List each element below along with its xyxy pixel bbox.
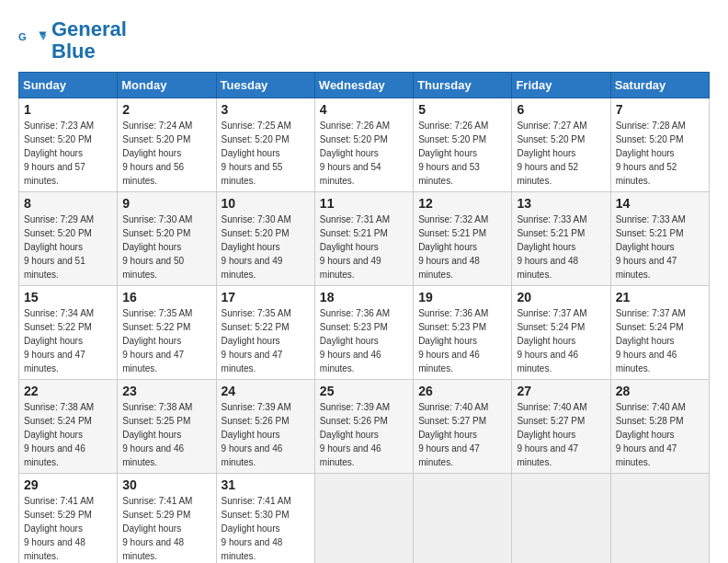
calendar-day-14: 14Sunrise: 7:33 AMSunset: 5:21 PMDayligh… <box>610 192 709 286</box>
day-detail: Sunrise: 7:38 AMSunset: 5:25 PMDaylight … <box>122 402 192 467</box>
calendar-day-17: 17Sunrise: 7:35 AMSunset: 5:22 PMDayligh… <box>216 286 314 380</box>
calendar-day-2: 2Sunrise: 7:24 AMSunset: 5:20 PMDaylight… <box>118 98 216 192</box>
day-header-tuesday: Tuesday <box>216 73 314 98</box>
day-number: 18 <box>320 290 408 304</box>
day-detail: Sunrise: 7:37 AMSunset: 5:24 PMDaylight … <box>517 308 586 373</box>
day-header-sunday: Sunday <box>19 73 118 98</box>
day-number: 1 <box>24 102 112 117</box>
day-detail: Sunrise: 7:26 AMSunset: 5:20 PMDaylight … <box>320 121 390 186</box>
calendar-day-5: 5Sunrise: 7:26 AMSunset: 5:20 PMDaylight… <box>414 98 512 192</box>
calendar-day-24: 24Sunrise: 7:39 AMSunset: 5:26 PMDayligh… <box>216 380 314 474</box>
calendar-day-28: 28Sunrise: 7:40 AMSunset: 5:28 PMDayligh… <box>610 380 709 474</box>
day-detail: Sunrise: 7:26 AMSunset: 5:20 PMDaylight … <box>418 121 488 186</box>
calendar-table: SundayMondayTuesdayWednesdayThursdayFrid… <box>18 72 710 563</box>
day-number: 5 <box>418 102 506 117</box>
day-number: 24 <box>222 384 310 398</box>
empty-day <box>314 474 413 563</box>
day-number: 28 <box>616 384 704 398</box>
empty-day <box>414 474 512 563</box>
day-header-wednesday: Wednesday <box>314 73 413 98</box>
calendar-day-21: 21Sunrise: 7:37 AMSunset: 5:24 PMDayligh… <box>610 286 709 380</box>
day-detail: Sunrise: 7:24 AMSunset: 5:20 PMDaylight … <box>122 121 192 186</box>
calendar-day-11: 11Sunrise: 7:31 AMSunset: 5:21 PMDayligh… <box>314 192 413 286</box>
day-number: 31 <box>222 477 310 492</box>
calendar-week-row: 1Sunrise: 7:23 AMSunset: 5:20 PMDaylight… <box>19 98 710 192</box>
day-number: 22 <box>24 384 112 398</box>
days-header-row: SundayMondayTuesdayWednesdayThursdayFrid… <box>19 73 710 98</box>
day-detail: Sunrise: 7:40 AMSunset: 5:27 PMDaylight … <box>418 402 488 467</box>
calendar-day-18: 18Sunrise: 7:36 AMSunset: 5:23 PMDayligh… <box>314 286 413 380</box>
day-number: 11 <box>320 196 408 211</box>
day-header-monday: Monday <box>118 73 216 98</box>
day-header-thursday: Thursday <box>414 73 512 98</box>
calendar-week-row: 8Sunrise: 7:29 AMSunset: 5:20 PMDaylight… <box>19 192 710 286</box>
day-detail: Sunrise: 7:35 AMSunset: 5:22 PMDaylight … <box>222 308 291 373</box>
day-number: 13 <box>517 196 605 211</box>
day-number: 26 <box>418 384 506 398</box>
calendar-day-7: 7Sunrise: 7:28 AMSunset: 5:20 PMDaylight… <box>610 98 709 192</box>
calendar-day-25: 25Sunrise: 7:39 AMSunset: 5:26 PMDayligh… <box>314 380 413 474</box>
day-detail: Sunrise: 7:40 AMSunset: 5:28 PMDaylight … <box>616 402 686 467</box>
calendar-day-4: 4Sunrise: 7:26 AMSunset: 5:20 PMDaylight… <box>314 98 413 192</box>
empty-day <box>610 474 709 563</box>
calendar-day-26: 26Sunrise: 7:40 AMSunset: 5:27 PMDayligh… <box>414 380 512 474</box>
day-detail: Sunrise: 7:35 AMSunset: 5:22 PMDaylight … <box>122 308 192 373</box>
day-number: 21 <box>616 290 704 304</box>
calendar-day-1: 1Sunrise: 7:23 AMSunset: 5:20 PMDaylight… <box>19 98 118 192</box>
day-detail: Sunrise: 7:41 AMSunset: 5:29 PMDaylight … <box>122 496 192 561</box>
calendar-day-19: 19Sunrise: 7:36 AMSunset: 5:23 PMDayligh… <box>414 286 512 380</box>
logo-text: General Blue <box>51 18 127 63</box>
day-number: 19 <box>418 290 506 304</box>
day-number: 8 <box>24 196 112 211</box>
calendar-week-row: 15Sunrise: 7:34 AMSunset: 5:22 PMDayligh… <box>19 286 710 380</box>
calendar-day-27: 27Sunrise: 7:40 AMSunset: 5:27 PMDayligh… <box>512 380 610 474</box>
day-detail: Sunrise: 7:28 AMSunset: 5:20 PMDaylight … <box>616 121 686 186</box>
calendar-day-29: 29Sunrise: 7:41 AMSunset: 5:29 PMDayligh… <box>19 474 118 563</box>
calendar-day-16: 16Sunrise: 7:35 AMSunset: 5:22 PMDayligh… <box>118 286 216 380</box>
day-detail: Sunrise: 7:38 AMSunset: 5:24 PMDaylight … <box>24 402 94 467</box>
svg-marker-2 <box>40 35 46 40</box>
calendar-day-31: 31Sunrise: 7:41 AMSunset: 5:30 PMDayligh… <box>216 474 314 563</box>
day-detail: Sunrise: 7:30 AMSunset: 5:20 PMDaylight … <box>122 214 192 280</box>
day-detail: Sunrise: 7:29 AMSunset: 5:20 PMDaylight … <box>24 214 94 280</box>
day-number: 4 <box>320 102 408 117</box>
day-detail: Sunrise: 7:34 AMSunset: 5:22 PMDaylight … <box>24 308 94 373</box>
day-detail: Sunrise: 7:37 AMSunset: 5:24 PMDaylight … <box>616 308 686 373</box>
calendar-week-row: 29Sunrise: 7:41 AMSunset: 5:29 PMDayligh… <box>19 474 710 563</box>
day-number: 20 <box>517 290 605 304</box>
day-detail: Sunrise: 7:27 AMSunset: 5:20 PMDaylight … <box>517 121 586 186</box>
day-detail: Sunrise: 7:23 AMSunset: 5:20 PMDaylight … <box>24 121 94 186</box>
logo: G General Blue <box>18 18 127 63</box>
day-number: 2 <box>122 102 210 117</box>
calendar-day-15: 15Sunrise: 7:34 AMSunset: 5:22 PMDayligh… <box>19 286 118 380</box>
day-number: 14 <box>616 196 704 211</box>
svg-text:G: G <box>18 31 27 42</box>
calendar-day-22: 22Sunrise: 7:38 AMSunset: 5:24 PMDayligh… <box>19 380 118 474</box>
day-header-saturday: Saturday <box>610 73 709 98</box>
calendar-day-6: 6Sunrise: 7:27 AMSunset: 5:20 PMDaylight… <box>512 98 610 192</box>
page-header: G General Blue <box>18 18 710 63</box>
day-header-friday: Friday <box>512 73 610 98</box>
day-number: 23 <box>122 384 210 398</box>
day-number: 10 <box>222 196 310 211</box>
calendar-day-9: 9Sunrise: 7:30 AMSunset: 5:20 PMDaylight… <box>118 192 216 286</box>
empty-day <box>512 474 610 563</box>
day-detail: Sunrise: 7:32 AMSunset: 5:21 PMDaylight … <box>418 214 488 280</box>
day-detail: Sunrise: 7:36 AMSunset: 5:23 PMDaylight … <box>418 308 488 373</box>
day-detail: Sunrise: 7:33 AMSunset: 5:21 PMDaylight … <box>616 214 686 280</box>
day-detail: Sunrise: 7:39 AMSunset: 5:26 PMDaylight … <box>320 402 390 467</box>
calendar-day-30: 30Sunrise: 7:41 AMSunset: 5:29 PMDayligh… <box>118 474 216 563</box>
calendar-day-8: 8Sunrise: 7:29 AMSunset: 5:20 PMDaylight… <box>19 192 118 286</box>
calendar-day-13: 13Sunrise: 7:33 AMSunset: 5:21 PMDayligh… <box>512 192 610 286</box>
logo-icon: G <box>18 26 48 55</box>
calendar-day-20: 20Sunrise: 7:37 AMSunset: 5:24 PMDayligh… <box>512 286 610 380</box>
day-number: 30 <box>122 477 210 492</box>
day-detail: Sunrise: 7:36 AMSunset: 5:23 PMDaylight … <box>320 308 390 373</box>
calendar-week-row: 22Sunrise: 7:38 AMSunset: 5:24 PMDayligh… <box>19 380 710 474</box>
day-number: 6 <box>517 102 605 117</box>
day-number: 25 <box>320 384 408 398</box>
day-detail: Sunrise: 7:40 AMSunset: 5:27 PMDaylight … <box>517 402 586 467</box>
calendar-day-10: 10Sunrise: 7:30 AMSunset: 5:20 PMDayligh… <box>216 192 314 286</box>
day-detail: Sunrise: 7:41 AMSunset: 5:30 PMDaylight … <box>222 496 291 561</box>
day-detail: Sunrise: 7:31 AMSunset: 5:21 PMDaylight … <box>320 214 390 280</box>
